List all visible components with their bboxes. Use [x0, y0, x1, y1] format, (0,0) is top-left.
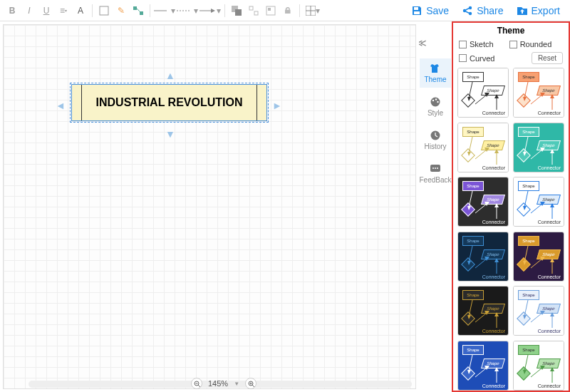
save-label: Save: [426, 5, 449, 16]
svg-line-104: [475, 368, 487, 377]
export-icon: [517, 5, 528, 16]
svg-marker-77: [550, 203, 554, 207]
export-button[interactable]: Export: [511, 2, 566, 19]
italic-button[interactable]: I: [21, 3, 37, 19]
curved-checkbox[interactable]: [459, 54, 467, 62]
svg-line-22: [466, 8, 470, 10]
save-icon: [411, 5, 423, 16]
bold-button[interactable]: B: [4, 3, 20, 19]
svg-marker-79: [467, 261, 471, 265]
svg-marker-107: [494, 367, 499, 371]
tab-feedback[interactable]: FeedBack: [420, 159, 451, 188]
ungroup-button[interactable]: [246, 3, 261, 19]
svg-line-80: [475, 259, 487, 268]
svg-marker-101: [550, 312, 554, 316]
toolbar-divider: [224, 4, 225, 17]
connection-style-button[interactable]: [130, 3, 146, 19]
fill-color-button[interactable]: [96, 3, 112, 19]
connection-arrow-left[interactable]: ◄: [56, 100, 66, 111]
connection-arrow-right[interactable]: ►: [272, 100, 282, 111]
tab-style[interactable]: Style: [420, 92, 451, 121]
font-color-button[interactable]: A: [73, 3, 88, 19]
rounded-label: Rounded: [520, 40, 552, 48]
send-back-button[interactable]: [229, 3, 244, 19]
connection-arrow-up[interactable]: ▲: [165, 70, 175, 81]
save-button[interactable]: Save: [405, 2, 455, 19]
group-button[interactable]: [263, 3, 279, 19]
align-button[interactable]: ≡▾: [56, 3, 71, 19]
line-dash-button[interactable]: ▾: [177, 3, 198, 19]
rounded-checkbox[interactable]: [509, 41, 517, 48]
theme-swatch-8[interactable]: ShapeShapeConnector: [457, 286, 509, 336]
svg-marker-65: [550, 149, 554, 153]
theme-swatch-5[interactable]: ShapeShapeConnector: [513, 177, 564, 227]
main-shape-box[interactable]: INDUSTRIAL REVOLUTION: [71, 84, 267, 121]
pencil-button[interactable]: ✎: [113, 3, 129, 19]
tab-history[interactable]: History: [420, 125, 451, 155]
zoom-dropdown-icon[interactable]: ▼: [234, 381, 239, 387]
shirt-icon: [430, 63, 441, 74]
svg-line-60: [524, 137, 528, 153]
svg-marker-97: [523, 315, 527, 319]
svg-marker-83: [494, 258, 499, 262]
theme-swatch-4[interactable]: ShapeShapeConnector: [457, 177, 509, 227]
tab-history-label: History: [424, 143, 446, 150]
share-label: Share: [477, 5, 503, 16]
svg-marker-89: [550, 258, 554, 262]
svg-marker-71: [494, 203, 499, 207]
svg-rect-0: [100, 6, 108, 15]
theme-swatch-7[interactable]: ShapeShapeConnector: [513, 232, 564, 282]
theme-swatch-3[interactable]: ShapeShapeConnector: [513, 123, 564, 172]
svg-line-74: [531, 204, 542, 213]
zoom-in-button[interactable]: [245, 378, 256, 389]
theme-swatch-1[interactable]: ShapeShapeConnector: [513, 68, 564, 118]
svg-marker-43: [467, 97, 471, 101]
underline-button[interactable]: U: [38, 3, 54, 19]
export-label: Export: [532, 5, 560, 16]
theme-swatch-10[interactable]: ShapeShapeConnector: [457, 341, 509, 391]
theme-swatch-0[interactable]: ShapeShapeConnector: [457, 68, 509, 118]
sketch-checkbox[interactable]: [459, 41, 467, 48]
svg-line-90: [469, 300, 472, 316]
theme-panel: Theme Sketch Rounded Curved Reset ShapeS…: [452, 21, 570, 392]
svg-marker-53: [550, 94, 554, 98]
svg-line-68: [475, 204, 487, 213]
arrow-style-button[interactable]: ▾: [200, 3, 221, 19]
svg-line-50: [531, 95, 542, 104]
svg-marker-47: [494, 94, 499, 98]
curved-label: Curved: [470, 54, 494, 63]
panel-title: Theme: [453, 23, 569, 40]
svg-line-86: [531, 259, 542, 268]
top-toolbar: B I U ≡▾ A ✎ ▾ ▾ ▾ 🔒︎ ▾ Save Share Expor…: [0, 0, 570, 21]
theme-swatch-6[interactable]: ShapeShapeConnector: [457, 232, 509, 282]
zoom-out-button[interactable]: [191, 378, 202, 389]
svg-rect-13: [268, 8, 271, 11]
share-button[interactable]: Share: [456, 2, 509, 19]
tab-theme[interactable]: Theme: [420, 58, 451, 88]
theme-swatch-11[interactable]: ShapeShapeConnector: [513, 341, 564, 391]
theme-swatch-2[interactable]: ShapeShapeConnector: [457, 123, 509, 172]
theme-swatch-9[interactable]: ShapeShapeConnector: [513, 286, 564, 336]
svg-line-23: [466, 11, 470, 14]
svg-rect-11: [254, 11, 258, 15]
table-button[interactable]: ▾: [304, 3, 322, 19]
svg-rect-10: [249, 6, 253, 10]
svg-marker-55: [467, 152, 471, 156]
svg-line-102: [469, 355, 472, 371]
svg-line-42: [469, 82, 472, 98]
svg-line-98: [531, 313, 542, 322]
svg-line-48: [524, 82, 528, 98]
connection-arrow-down[interactable]: ▼: [165, 128, 175, 140]
canvas-area[interactable]: ▲ ▼ ◄ ► INDUSTRIAL REVOLUTION 145% ▼: [0, 21, 419, 392]
reset-button[interactable]: Reset: [532, 52, 563, 64]
svg-point-33: [435, 98, 437, 100]
lock-button[interactable]: 🔒︎: [280, 3, 296, 19]
line-style-button[interactable]: ▾: [154, 3, 175, 19]
svg-point-39: [432, 167, 434, 169]
svg-point-41: [437, 167, 438, 169]
selected-shape[interactable]: ▲ ▼ ◄ ► INDUSTRIAL REVOLUTION: [71, 84, 267, 121]
canvas-grid: [3, 24, 416, 389]
svg-line-28: [252, 385, 254, 387]
svg-line-72: [524, 191, 528, 207]
svg-rect-18: [414, 11, 420, 14]
